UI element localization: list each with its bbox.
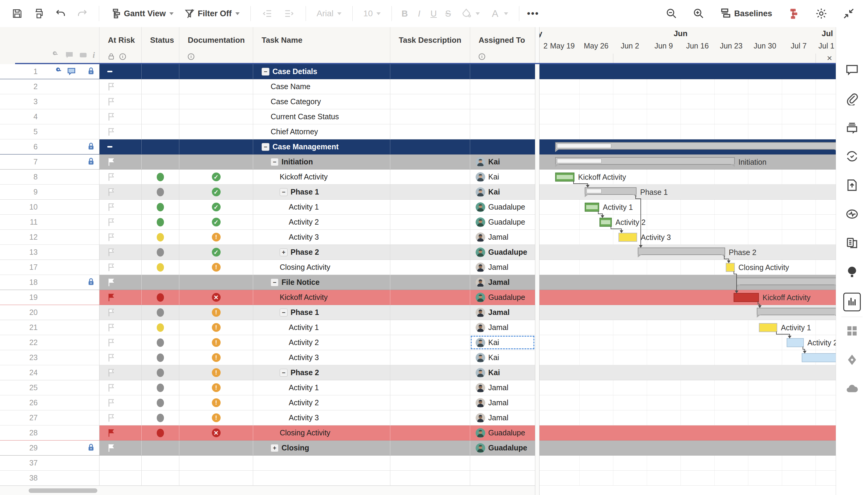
row-gutter[interactable]: 24 [0,365,99,380]
cell-documentation[interactable] [179,124,253,139]
cell-task-description[interactable] [390,79,470,94]
cell-status[interactable] [142,410,179,425]
zoom-in-button[interactable] [690,5,708,22]
row-number[interactable]: 22 [0,338,38,347]
gantt-summary-bar[interactable] [757,308,836,315]
gantt-row[interactable] [540,305,836,320]
gantt-row[interactable] [540,109,836,124]
cell-task-name[interactable]: Current Case Status [253,109,390,124]
filter-button[interactable]: Filter Off [181,5,243,22]
cell-assigned-to[interactable]: Jamal [470,260,535,275]
column-header-at-risk[interactable]: At Risk [99,27,142,64]
cell-assigned-to[interactable]: Jamal [470,380,535,395]
summary-button[interactable] [845,236,859,251]
cell-assigned-to[interactable]: Jamal [470,410,535,425]
cell-task-name[interactable]: Case Name [253,79,390,94]
gantt-summary-bar[interactable] [555,142,836,150]
cell-assigned-to[interactable]: Kai [470,365,535,380]
more-options-button[interactable]: ••• [527,8,540,19]
cell-task-name[interactable]: Activity 3 [253,230,390,244]
cell-status[interactable] [142,260,179,275]
row-number[interactable]: 20 [0,308,38,317]
row-number[interactable]: 21 [0,323,38,332]
row-number[interactable]: 37 [0,459,38,467]
cell-documentation[interactable]: ✕ [179,425,253,440]
cell-task-name[interactable]: Activity 2 [253,215,390,229]
column-header-task-name[interactable]: Task Name [253,27,390,64]
cell-at-risk[interactable] [99,230,142,244]
collapse-toggle[interactable]: − [271,158,278,166]
gantt-row[interactable]: Kickoff Activity [540,290,836,305]
cell-task-name[interactable]: −Phase 1 [253,185,390,199]
cell-task-description[interactable] [390,94,470,109]
row-number[interactable]: 27 [0,413,38,422]
cell-documentation[interactable] [179,64,253,79]
row-gutter[interactable]: 13 [0,245,99,259]
cell-task-name[interactable]: Activity 3 [253,410,390,425]
brandfolder-button[interactable] [845,265,859,280]
row-gutter[interactable]: 6 [0,139,99,154]
row-gutter[interactable]: 9 [0,185,99,199]
publish-button[interactable] [845,178,859,193]
cell-task-name[interactable]: Kickoff Activity [253,170,390,184]
charts-panel-button[interactable] [843,293,861,311]
cell-status[interactable] [142,139,179,154]
cell-documentation[interactable]: ! [179,410,253,425]
cell-assigned-to[interactable] [470,94,535,109]
redo-button[interactable] [73,5,91,22]
cell-task-name[interactable]: Activity 1 [253,380,390,395]
cell-status[interactable] [142,230,179,244]
row-gutter[interactable]: 3 [0,94,99,109]
cell-task-name[interactable]: Activity 1 [253,320,390,335]
cell-task-name[interactable]: Activity 2 [253,335,390,350]
cell-status[interactable] [142,395,179,410]
cell-assigned-to[interactable] [470,471,535,485]
cell-status[interactable] [142,185,179,199]
proofs-button[interactable] [845,120,859,136]
bold-button[interactable]: B [400,9,410,19]
cell-assigned-to[interactable]: Kai [470,185,535,199]
indent-button[interactable] [280,5,298,22]
gantt-row[interactable]: Activity 2 [540,215,836,230]
gantt-row[interactable] [540,350,836,365]
view-switcher[interactable]: Gantt View [107,5,177,22]
gantt-row[interactable] [540,365,836,380]
cell-task-name[interactable]: Chief Attorney [253,124,390,139]
gantt-task-bar[interactable] [802,353,836,362]
row-number[interactable]: 23 [0,353,38,362]
cell-at-risk[interactable] [99,109,142,124]
cell-assigned-to[interactable]: Jamal [470,395,535,410]
row-gutter[interactable]: 4 [0,109,99,124]
cell-assigned-to[interactable] [470,79,535,94]
cell-status[interactable] [142,320,179,335]
row-gutter[interactable]: 25 [0,380,99,395]
outdent-button[interactable] [259,5,276,22]
cell-documentation[interactable] [179,79,253,94]
gantt-row[interactable] [540,79,836,94]
cell-documentation[interactable]: ! [179,365,253,380]
row-number[interactable]: 9 [0,188,38,196]
gantt-row[interactable]: Kickoff Activity [540,170,836,185]
gantt-summary-bar[interactable] [585,187,637,195]
cell-documentation[interactable]: ✓ [179,215,253,229]
cell-at-risk[interactable] [99,290,142,305]
strikethrough-button[interactable]: S [443,9,453,19]
cell-documentation[interactable]: ✓ [179,200,253,215]
gantt-row[interactable] [540,471,836,486]
cell-status[interactable] [142,471,179,485]
cell-task-description[interactable] [390,395,470,410]
cell-at-risk[interactable] [99,456,142,470]
cell-assigned-to[interactable]: Jamal [470,230,535,244]
gantt-task-bar[interactable] [619,233,637,242]
cell-status[interactable] [142,305,179,320]
cell-task-description[interactable] [390,380,470,395]
cell-status[interactable] [142,215,179,229]
cell-at-risk[interactable] [99,260,142,275]
cell-task-description[interactable] [390,260,470,275]
cell-assigned-to[interactable]: Kai [470,335,535,350]
collapse-toggle[interactable]: − [280,188,288,196]
row-gutter[interactable]: 26 [0,395,99,410]
row-gutter[interactable]: 12 [0,230,99,244]
pane-splitter[interactable] [535,27,540,495]
cell-at-risk[interactable] [99,185,142,199]
